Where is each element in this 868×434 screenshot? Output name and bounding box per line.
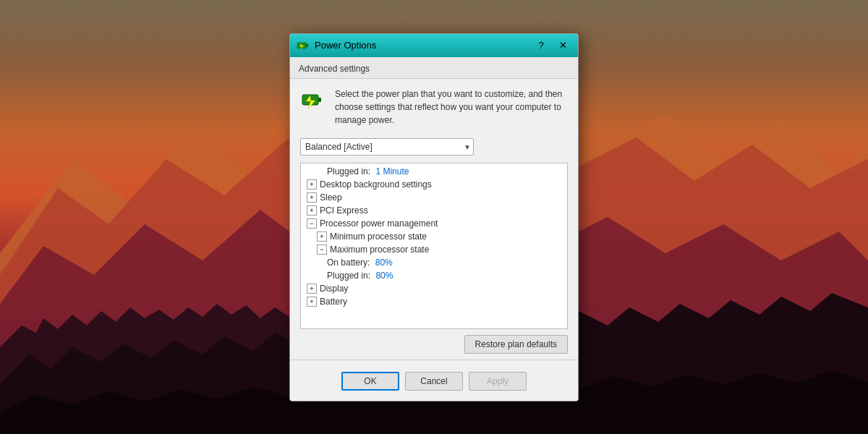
footer-buttons: OK Cancel Apply bbox=[290, 366, 578, 401]
settings-list-wrapper[interactable]: Plugged in: 1 Minute + Desktop backgroun… bbox=[300, 163, 568, 329]
dialog-content: Advanced settings Select the power plan … bbox=[290, 57, 578, 401]
info-text: Select the power plan that you want to c… bbox=[335, 88, 568, 127]
ok-button[interactable]: OK bbox=[341, 372, 399, 391]
item-value: 80% bbox=[375, 258, 393, 268]
info-area: Select the power plan that you want to c… bbox=[290, 79, 578, 135]
list-item[interactable]: + PCI Express bbox=[301, 204, 567, 217]
list-item[interactable]: On battery: 80% bbox=[301, 256, 567, 269]
settings-list: Plugged in: 1 Minute + Desktop backgroun… bbox=[301, 163, 567, 310]
dialog-overlay: Power Options ? ✕ Advanced settings bbox=[0, 0, 868, 434]
item-label: Desktop background settings bbox=[320, 179, 432, 190]
item-label: Processor power management bbox=[320, 218, 438, 229]
item-label: Sleep bbox=[320, 192, 342, 203]
list-item[interactable]: − Maximum processor state bbox=[301, 243, 567, 256]
title-bar-controls: ? ✕ bbox=[532, 38, 572, 53]
list-item[interactable]: Plugged in: 80% bbox=[301, 269, 567, 282]
cancel-button[interactable]: Cancel bbox=[405, 372, 463, 391]
section-header: Advanced settings bbox=[290, 57, 578, 79]
expand-icon[interactable]: + bbox=[307, 205, 317, 216]
expand-icon[interactable]: + bbox=[317, 231, 327, 242]
dialog-title: Power Options bbox=[315, 40, 526, 51]
close-button[interactable]: ✕ bbox=[553, 38, 572, 53]
expand-icon[interactable]: + bbox=[307, 179, 317, 190]
item-label: Maximum processor state bbox=[330, 244, 429, 255]
help-button[interactable]: ? bbox=[532, 38, 550, 53]
list-item[interactable]: + Minimum processor state bbox=[301, 230, 567, 243]
list-item[interactable]: + Sleep bbox=[301, 191, 567, 204]
expand-icon[interactable]: + bbox=[307, 297, 317, 307]
item-value: 1 Minute bbox=[375, 166, 409, 176]
restore-defaults-button[interactable]: Restore plan defaults bbox=[464, 335, 568, 354]
list-item[interactable]: Plugged in: 1 Minute bbox=[301, 165, 567, 178]
item-label: Minimum processor state bbox=[330, 231, 427, 242]
expand-icon[interactable]: + bbox=[307, 284, 317, 294]
title-bar: Power Options ? ✕ bbox=[290, 34, 578, 57]
apply-button[interactable]: Apply bbox=[469, 372, 527, 391]
item-label: Plugged in: bbox=[327, 271, 373, 281]
list-item[interactable]: + Display bbox=[301, 282, 567, 295]
item-label: PCI Express bbox=[320, 205, 368, 216]
plan-dropdown-wrapper: Balanced [Active] Power saver High perfo… bbox=[300, 138, 474, 156]
plan-dropdown[interactable]: Balanced [Active] Power saver High perfo… bbox=[300, 138, 474, 156]
svg-rect-10 bbox=[318, 98, 321, 102]
list-item[interactable]: + Desktop background settings bbox=[301, 178, 567, 191]
restore-row: Restore plan defaults bbox=[290, 329, 578, 359]
item-value: 80% bbox=[375, 271, 393, 281]
expand-icon[interactable]: + bbox=[307, 192, 317, 203]
collapse-icon[interactable]: − bbox=[307, 218, 317, 229]
section-header-text: Advanced settings bbox=[299, 64, 370, 74]
item-label: Plugged in: bbox=[327, 166, 373, 176]
item-label: Display bbox=[320, 284, 348, 294]
power-options-dialog: Power Options ? ✕ Advanced settings bbox=[289, 33, 579, 401]
list-item[interactable]: + Battery bbox=[301, 295, 567, 308]
item-label: On battery: bbox=[327, 258, 373, 268]
svg-rect-7 bbox=[307, 44, 308, 47]
list-item[interactable]: − Processor power management bbox=[301, 217, 567, 230]
power-plan-icon bbox=[300, 89, 326, 115]
dropdown-row: Balanced [Active] Power saver High perfo… bbox=[290, 135, 578, 163]
footer-separator bbox=[290, 359, 578, 360]
collapse-icon[interactable]: − bbox=[317, 244, 327, 255]
title-bar-icon bbox=[296, 39, 309, 52]
item-label: Battery bbox=[320, 297, 347, 307]
